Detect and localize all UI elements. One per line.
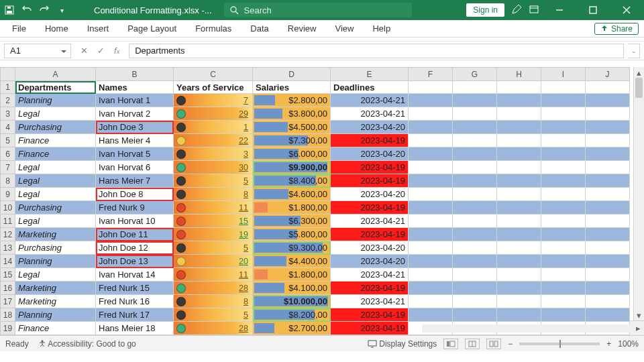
cell-F4[interactable] — [409, 121, 453, 134]
ribbon-options-icon[interactable] — [529, 4, 539, 17]
row-header-3[interactable]: 3 — [1, 107, 15, 121]
ribbon-tab-help[interactable]: Help — [372, 23, 390, 34]
cell-C8[interactable]: 5 — [174, 174, 253, 188]
row-header-5[interactable]: 5 — [1, 134, 15, 147]
row-header-13[interactable]: 13 — [1, 241, 15, 255]
cell-E4[interactable]: 2023-04-20 — [331, 121, 409, 134]
cell-J4[interactable] — [586, 121, 630, 134]
cell-D8[interactable]: $8.400,00 — [253, 174, 331, 188]
cell-G17[interactable] — [453, 295, 497, 308]
cell-G5[interactable] — [453, 134, 497, 147]
display-settings-button[interactable]: Display Settings — [368, 339, 437, 349]
view-page-layout-button[interactable] — [465, 339, 480, 349]
cell-H8[interactable] — [497, 174, 541, 188]
cell-D15[interactable]: $1.800,00 — [253, 268, 331, 282]
ribbon-tab-page-layout[interactable]: Page Layout — [127, 23, 176, 34]
cell-I18[interactable] — [541, 308, 586, 322]
cell-B5[interactable]: Hans Meier 4 — [96, 134, 174, 147]
cell-C18[interactable]: 5 — [174, 308, 253, 322]
cell-A2[interactable]: Planning — [15, 94, 96, 107]
col-header-I[interactable]: I — [541, 68, 586, 81]
cell-G2[interactable] — [453, 94, 497, 107]
cell-A18[interactable]: Planning — [15, 308, 96, 322]
cell-I13[interactable] — [541, 241, 586, 255]
cell-A11[interactable]: Legal — [15, 215, 96, 228]
cell-A5[interactable]: Finance — [15, 134, 96, 147]
cell-B15[interactable]: Ivan Horvat 14 — [96, 268, 174, 282]
cell-J2[interactable] — [586, 94, 630, 107]
row-header-12[interactable]: 12 — [1, 228, 15, 241]
row-header-19[interactable]: 19 — [1, 322, 15, 335]
cell-F13[interactable] — [409, 241, 453, 255]
cell-A19[interactable]: Finance — [15, 322, 96, 335]
close-button[interactable] — [613, 0, 640, 20]
cell-B10[interactable]: Fred Nurk 9 — [96, 201, 174, 215]
cell-B1[interactable]: Names — [96, 81, 174, 94]
cell-J18[interactable] — [586, 308, 630, 322]
cell-D9[interactable]: $4.600,00 — [253, 188, 331, 201]
cell-I17[interactable] — [541, 295, 586, 308]
row-header-17[interactable]: 17 — [1, 295, 15, 308]
qat-dropdown-icon[interactable]: ▾ — [56, 5, 67, 15]
cell-F16[interactable] — [409, 282, 453, 295]
cell-I1[interactable] — [541, 81, 586, 94]
row-header-9[interactable]: 9 — [1, 188, 15, 201]
cell-E5[interactable]: 2023-04-19 — [331, 134, 409, 147]
pen-icon[interactable] — [511, 4, 522, 17]
cell-B17[interactable]: Fred Nurk 16 — [96, 295, 174, 308]
col-header-D[interactable]: D — [253, 68, 331, 81]
cell-E15[interactable]: 2023-04-21 — [331, 268, 409, 282]
cell-J7[interactable] — [586, 161, 630, 174]
cell-J16[interactable] — [586, 282, 630, 295]
cell-E17[interactable]: 2023-04-21 — [331, 295, 409, 308]
col-header-H[interactable]: H — [497, 68, 541, 81]
row-header-4[interactable]: 4 — [1, 121, 15, 134]
worksheet-grid[interactable]: ABCDEFGHIJ1DepartmentsNamesYears of Serv… — [0, 67, 644, 320]
ribbon-tab-review[interactable]: Review — [288, 23, 317, 34]
col-header-A[interactable]: A — [15, 68, 96, 81]
cell-A16[interactable]: Marketing — [15, 282, 96, 295]
cell-D7[interactable]: $9.900,00 — [253, 161, 331, 174]
signin-button[interactable]: Sign in — [466, 3, 504, 17]
cell-B13[interactable]: John Doe 12 — [96, 241, 174, 255]
cell-C11[interactable]: 15 — [174, 215, 253, 228]
row-header-18[interactable]: 18 — [1, 308, 15, 322]
cell-E18[interactable]: 2023-04-19 — [331, 308, 409, 322]
cell-C16[interactable]: 28 — [174, 282, 253, 295]
cell-D13[interactable]: $9.300,00 — [253, 241, 331, 255]
cell-C12[interactable]: 19 — [174, 228, 253, 241]
cell-F7[interactable] — [409, 161, 453, 174]
ribbon-tab-data[interactable]: Data — [250, 23, 268, 34]
cell-A15[interactable]: Legal — [15, 268, 96, 282]
cell-E3[interactable]: 2023-04-21 — [331, 107, 409, 121]
cell-A9[interactable]: Legal — [15, 188, 96, 201]
cell-E11[interactable]: 2023-04-21 — [331, 215, 409, 228]
cell-G8[interactable] — [453, 174, 497, 188]
col-header-J[interactable]: J — [586, 68, 630, 81]
cell-G14[interactable] — [453, 255, 497, 268]
zoom-level[interactable]: 100% — [618, 339, 639, 349]
cell-E13[interactable]: 2023-04-20 — [331, 241, 409, 255]
view-normal-button[interactable] — [443, 339, 458, 349]
cell-G4[interactable] — [453, 121, 497, 134]
cell-J14[interactable] — [586, 255, 630, 268]
minimize-button[interactable] — [546, 0, 573, 20]
cell-G18[interactable] — [453, 308, 497, 322]
cell-J11[interactable] — [586, 215, 630, 228]
cell-D14[interactable]: $4.400,00 — [253, 255, 331, 268]
row-header-8[interactable]: 8 — [1, 174, 15, 188]
cell-I15[interactable] — [541, 268, 586, 282]
cell-D6[interactable]: $6.000,00 — [253, 147, 331, 161]
save-icon[interactable] — [4, 5, 15, 15]
cell-G6[interactable] — [453, 147, 497, 161]
cell-C3[interactable]: 29 — [174, 107, 253, 121]
cell-C9[interactable]: 8 — [174, 188, 253, 201]
undo-icon[interactable] — [21, 5, 32, 15]
name-box[interactable]: A1 — [4, 44, 71, 58]
row-header-2[interactable]: 2 — [1, 94, 15, 107]
cancel-icon[interactable]: ✕ — [80, 46, 88, 56]
cell-H12[interactable] — [497, 228, 541, 241]
cell-J1[interactable] — [586, 81, 630, 94]
cell-D11[interactable]: $6.300,00 — [253, 215, 331, 228]
cell-I6[interactable] — [541, 147, 586, 161]
